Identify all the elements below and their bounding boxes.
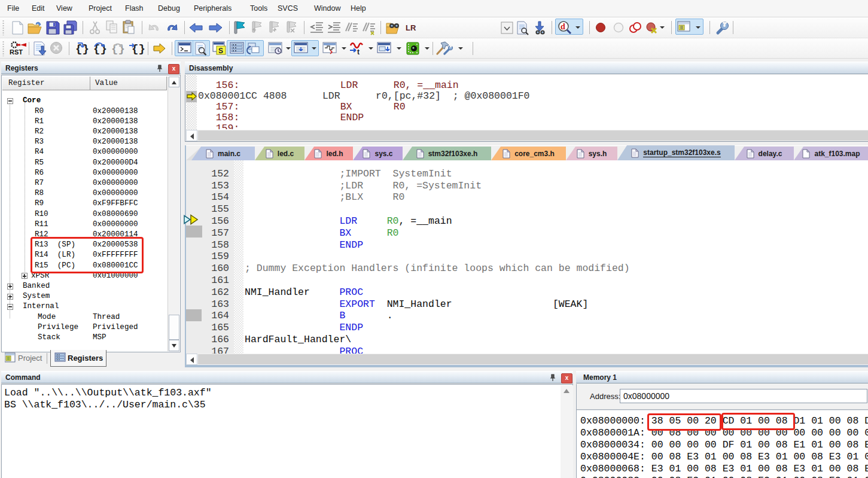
svg-text:RST: RST — [10, 48, 23, 56]
svg-text:S: S — [218, 47, 223, 55]
svg-text:d: d — [561, 22, 565, 31]
svg-text:t: t — [357, 48, 360, 56]
svg-text:LR: LR — [406, 23, 416, 32]
